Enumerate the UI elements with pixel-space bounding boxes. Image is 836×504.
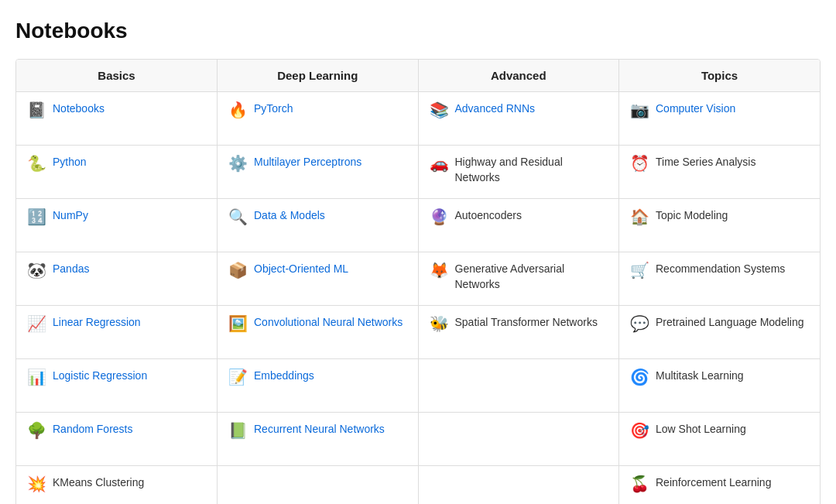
cell-icon: 💬 <box>630 316 649 331</box>
cell-icon: 💥 <box>27 476 46 492</box>
cell-label: Generative Adversarial Networks <box>455 262 608 292</box>
cell-icon: 📝 <box>228 369 248 385</box>
cell-icon: 🖼️ <box>228 316 248 331</box>
cell-label: Recommendation Systems <box>656 262 785 277</box>
cell-icon: 🐍 <box>27 156 46 171</box>
table-row: 🐍Python⚙️Multilayer Perceptrons🚗Highway … <box>16 146 820 199</box>
cell-icon: 🔢 <box>27 209 46 225</box>
cell-icon: 📷 <box>630 102 649 118</box>
table-cell <box>418 359 619 413</box>
table-cell: 🔮Autoencoders <box>418 199 619 252</box>
table-cell: 📦Object-Oriented ML <box>218 252 419 306</box>
table-cell: 📈Linear Regression <box>16 306 218 359</box>
table-row: 📈Linear Regression🖼️Convolutional Neural… <box>16 306 820 359</box>
table-cell: 📊Logistic Regression <box>16 359 218 413</box>
table-cell: 💥KMeans Clustering <box>16 466 218 505</box>
cell-icon: 🐼 <box>27 262 46 278</box>
cell-icon: 📓 <box>27 102 46 118</box>
cell-label[interactable]: Computer Vision <box>656 101 735 117</box>
table-cell: 🔥PyTorch <box>218 92 419 146</box>
table-cell: 📝Embeddings <box>218 359 419 413</box>
cell-icon: 🐝 <box>430 316 449 331</box>
cell-icon: 🛒 <box>630 262 649 278</box>
cell-icon: 🚗 <box>430 156 449 171</box>
cell-icon: 🔮 <box>430 209 449 225</box>
cell-label[interactable]: PyTorch <box>254 101 293 117</box>
table-cell <box>418 466 619 505</box>
table-cell: 📓Notebooks <box>16 92 218 146</box>
cell-icon: ⚙️ <box>228 156 248 171</box>
table-cell: 📚Advanced RNNs <box>418 92 619 146</box>
table-cell: 🐝Spatial Transformer Networks <box>418 306 619 359</box>
table-row: 💥KMeans Clustering🍒Reinforcement Learnin… <box>16 466 820 505</box>
cell-icon: 🦊 <box>430 262 449 278</box>
cell-label[interactable]: Pandas <box>53 262 89 277</box>
cell-label: Low Shot Learning <box>656 422 746 437</box>
table-cell: ⚙️Multilayer Perceptrons <box>218 146 419 199</box>
table-cell: 🛒Recommendation Systems <box>619 252 821 306</box>
table-cell: ⏰Time Series Analysis <box>619 146 821 199</box>
cell-icon: 🎯 <box>630 423 649 438</box>
table-row: 📊Logistic Regression📝Embeddings🌀Multitas… <box>16 359 820 413</box>
column-header-basics: Basics <box>16 60 218 92</box>
table-cell <box>218 466 419 505</box>
table-cell <box>418 413 619 466</box>
cell-icon: 📈 <box>27 316 46 331</box>
table-cell: 📷Computer Vision <box>619 92 821 146</box>
column-header-deep-learning: Deep Learning <box>218 60 419 92</box>
table-cell: 🍒Reinforcement Learning <box>619 466 821 505</box>
cell-label[interactable]: Object-Oriented ML <box>254 262 348 277</box>
table-row: 🐼Pandas📦Object-Oriented ML🦊Generative Ad… <box>16 252 820 306</box>
cell-icon: 📊 <box>27 369 46 385</box>
table-cell: 💬Pretrained Language Modeling <box>619 306 821 359</box>
table-row: 🌳Random Forests📗Recurrent Neural Network… <box>16 413 820 466</box>
table-row: 🔢NumPy🔍Data & Models🔮Autoencoders🏠Topic … <box>16 199 820 252</box>
column-header-advanced: Advanced <box>418 60 619 92</box>
cell-label[interactable]: Python <box>53 155 87 170</box>
cell-icon: 🍒 <box>630 476 649 492</box>
cell-label: Autoencoders <box>455 208 522 224</box>
table-cell: 🐍Python <box>16 146 218 199</box>
cell-icon: 📗 <box>228 423 248 438</box>
cell-icon: ⏰ <box>630 156 649 171</box>
cell-label[interactable]: Notebooks <box>53 101 104 117</box>
table-cell: 📗Recurrent Neural Networks <box>218 413 419 466</box>
table-cell: 🔢NumPy <box>16 199 218 252</box>
table-cell: 🦊Generative Adversarial Networks <box>418 252 619 306</box>
cell-label: Pretrained Language Modeling <box>656 315 803 331</box>
column-header-topics: Topics <box>619 60 821 92</box>
cell-label[interactable]: Convolutional Neural Networks <box>254 315 403 331</box>
cell-label[interactable]: Advanced RNNs <box>455 101 536 117</box>
cell-icon: 🔥 <box>228 102 248 118</box>
cell-label: KMeans Clustering <box>53 475 144 491</box>
page-title: Notebooks <box>15 19 821 43</box>
cell-label: Topic Modeling <box>656 208 728 224</box>
table-cell: 🔍Data & Models <box>218 199 419 252</box>
cell-icon: 📚 <box>430 102 449 118</box>
cell-label: Spatial Transformer Networks <box>455 315 598 331</box>
cell-label[interactable]: Embeddings <box>254 369 314 384</box>
table-cell: 🎯Low Shot Learning <box>619 413 821 466</box>
table-row: 📓Notebooks🔥PyTorch📚Advanced RNNs📷Compute… <box>16 92 820 146</box>
table-cell: 🖼️Convolutional Neural Networks <box>218 306 419 359</box>
cell-label[interactable]: Recurrent Neural Networks <box>254 422 385 437</box>
cell-label: Multitask Learning <box>656 369 744 384</box>
table-cell: 🌀Multitask Learning <box>619 359 821 413</box>
table-cell: 🌳Random Forests <box>16 413 218 466</box>
cell-icon: 🌀 <box>630 369 649 385</box>
table-cell: 🏠Topic Modeling <box>619 199 821 252</box>
cell-icon: 📦 <box>228 262 248 278</box>
table-header: BasicsDeep LearningAdvancedTopics <box>16 60 820 92</box>
cell-icon: 🌳 <box>27 423 46 438</box>
cell-label[interactable]: Multilayer Perceptrons <box>254 155 361 170</box>
cell-label[interactable]: Logistic Regression <box>53 369 147 384</box>
cell-label[interactable]: Data & Models <box>254 208 325 224</box>
cell-icon: 🏠 <box>630 209 649 225</box>
cell-icon: 🔍 <box>228 209 248 225</box>
cell-label: Time Series Analysis <box>656 155 755 170</box>
cell-label: Reinforcement Learning <box>656 475 771 491</box>
cell-label[interactable]: Random Forests <box>53 422 132 437</box>
cell-label[interactable]: Linear Regression <box>53 315 141 331</box>
cell-label[interactable]: NumPy <box>53 208 88 224</box>
notebooks-table: BasicsDeep LearningAdvancedTopics 📓Noteb… <box>15 59 821 504</box>
